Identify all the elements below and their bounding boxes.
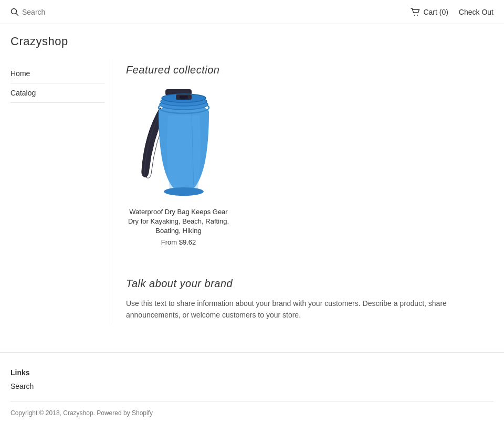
sidebar-nav: Home Catalog — [10, 64, 104, 103]
footer-links-section: Links Search — [10, 368, 494, 390]
svg-point-2 — [414, 15, 415, 16]
cart-icon — [411, 8, 420, 16]
sidebar-link-catalog[interactable]: Catalog — [10, 83, 104, 102]
product-name: Waterproof Dry Bag Keeps Gear Dry for Ka… — [126, 207, 231, 236]
footer: Links Search Copyright © 2018, Crazyshop… — [0, 352, 504, 423]
footer-search-link[interactable]: Search — [10, 382, 34, 390]
cart-label: Cart (0) — [423, 8, 448, 16]
search-form — [10, 8, 411, 16]
sidebar-item-home[interactable]: Home — [10, 64, 104, 83]
main-layout: Home Catalog Featured collection — [0, 54, 504, 331]
svg-point-13 — [164, 187, 204, 196]
sidebar-link-home[interactable]: Home — [10, 64, 104, 83]
svg-rect-12 — [180, 96, 188, 99]
product-price: From $9.62 — [126, 238, 231, 246]
header: Cart (0) Check Out — [0, 0, 504, 24]
product-image — [126, 87, 231, 202]
search-icon — [10, 8, 19, 16]
featured-heading: Featured collection — [126, 64, 478, 76]
product-grid: Waterproof Dry Bag Keeps Gear Dry for Ka… — [126, 87, 478, 246]
brand-section-text: Use this text to share information about… — [126, 298, 478, 321]
brand-section: Talk about your brand Use this text to s… — [126, 267, 478, 321]
header-right: Cart (0) Check Out — [411, 8, 494, 16]
footer-bottom: Copyright © 2018, Crazyshop. Powered by … — [10, 401, 494, 417]
footer-copyright: Copyright © 2018, Crazyshop. Powered by … — [10, 409, 153, 417]
brand-area: Crazyshop — [0, 24, 504, 54]
checkout-label: Check Out — [459, 8, 494, 16]
svg-line-1 — [16, 13, 18, 15]
footer-link-item-search: Search — [10, 382, 494, 390]
footer-links-list: Search — [10, 382, 494, 390]
cart-link[interactable]: Cart (0) — [411, 8, 448, 16]
checkout-link[interactable]: Check Out — [459, 8, 494, 16]
brand-section-title: Talk about your brand — [126, 278, 478, 290]
search-input[interactable] — [22, 8, 138, 16]
brand-title: Crazyshop — [10, 35, 494, 48]
sidebar: Home Catalog — [10, 59, 110, 326]
sidebar-item-catalog[interactable]: Catalog — [10, 83, 104, 103]
footer-links-heading: Links — [10, 368, 494, 377]
content-area: Featured collection — [110, 59, 494, 326]
product-card[interactable]: Waterproof Dry Bag Keeps Gear Dry for Ka… — [126, 87, 231, 246]
svg-point-3 — [417, 15, 418, 16]
